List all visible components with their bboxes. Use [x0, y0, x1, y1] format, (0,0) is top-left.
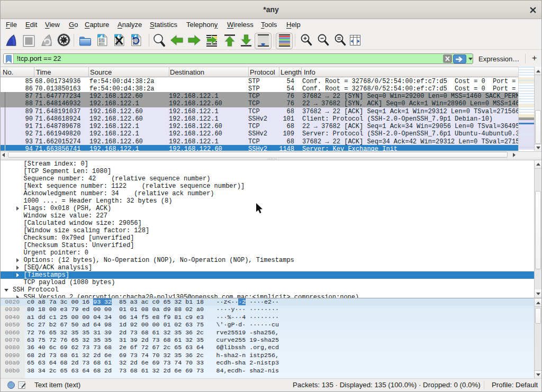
- svg-text:0011: 0011: [99, 43, 105, 45]
